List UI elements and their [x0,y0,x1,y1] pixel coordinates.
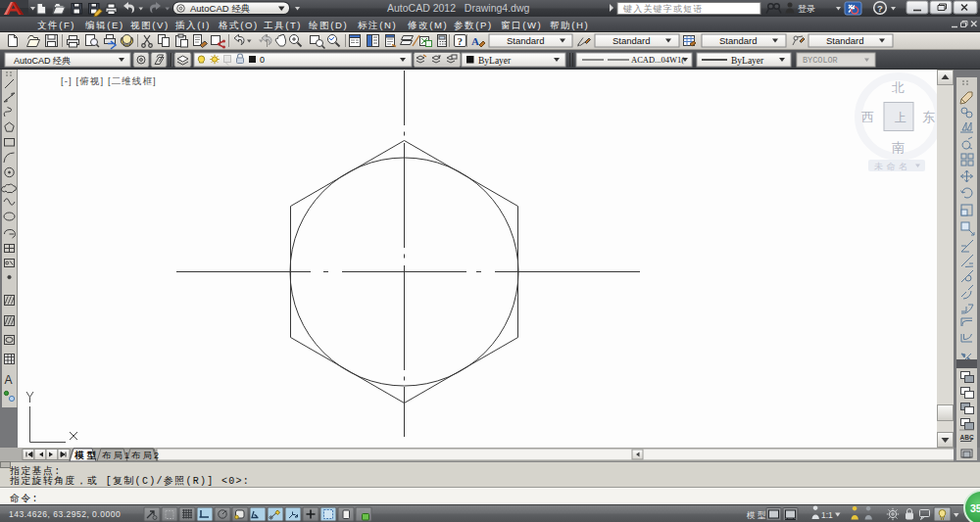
svg-text:Standard: Standard [507,35,545,46]
svg-text:0: 0 [260,55,265,65]
svg-text:ByLayer: ByLayer [478,56,512,66]
svg-text:143.4626, 63.2952, 0.0000: 143.4626, 63.2952, 0.0000 [9,509,121,519]
svg-text:东: 东 [922,110,935,124]
svg-text:AutoCAD 经典: AutoCAD 经典 [190,3,250,14]
svg-text:上: 上 [895,111,906,124]
svg-text:1:1: 1:1 [821,510,833,520]
svg-text:模型: 模型 [746,510,768,520]
svg-text:模型: 模型 [74,450,100,460]
svg-text:南: 南 [892,140,905,155]
svg-text:Standard: Standard [612,35,651,46]
svg-text:布局1: 布局1 [102,451,132,460]
svg-text:A: A [5,373,13,387]
svg-text:BYCOLOR: BYCOLOR [803,56,838,66]
svg-text:Standard: Standard [826,35,864,46]
svg-text:布局2: 布局2 [131,451,162,460]
svg-text:北: 北 [892,80,905,95]
svg-text:键入关键字或短语: 键入关键字或短语 [622,4,704,14]
svg-text:AutoCAD 经典: AutoCAD 经典 [14,56,71,66]
svg-text:?: ? [877,3,883,14]
svg-text:西: 西 [861,110,874,124]
svg-text:ABC: ABC [960,434,974,441]
svg-text:Standard: Standard [719,35,758,46]
svg-text:A: A [471,35,479,47]
svg-text:ByLayer: ByLayer [731,56,764,66]
svg-text:登录: 登录 [798,4,815,14]
svg-text:AutoCAD 2012 Drawing4.dwg: AutoCAD 2012 Drawing4.dwg [387,2,529,14]
svg-text:ACAD...04W1(: ACAD...04W1( [631,55,684,65]
svg-text:?: ? [458,35,464,47]
svg-text:未命名: 未命名 [874,162,911,171]
